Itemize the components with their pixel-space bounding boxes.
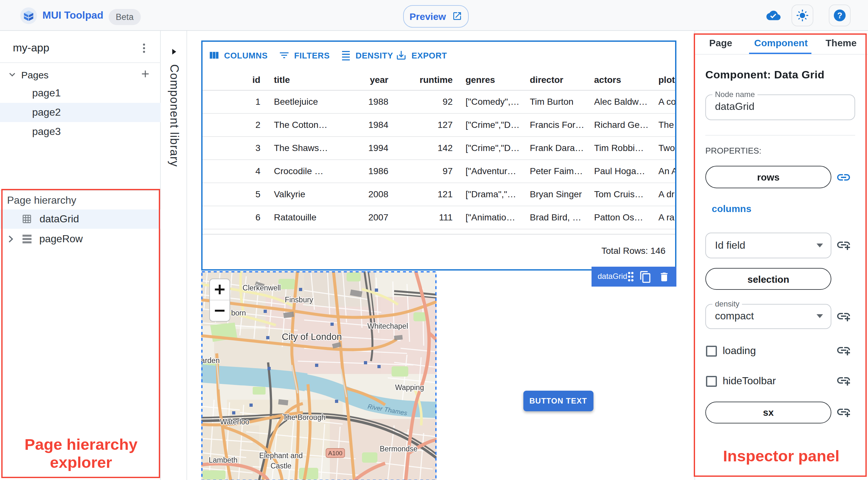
svg-text:Elephant and: Elephant and [259,451,303,459]
svg-text:Bermondse: Bermondse [380,444,417,453]
svg-text:A100: A100 [328,449,342,456]
svg-text:The Borough: The Borough [283,413,326,421]
svg-text:City of London: City of London [282,331,342,342]
svg-text:Lambeth: Lambeth [209,456,238,464]
svg-text:?: ? [837,11,842,20]
svg-text:Whitechapel: Whitechapel [368,322,408,330]
svg-text:Castle: Castle [270,461,291,470]
svg-text:Clerkenwell: Clerkenwell [243,283,281,292]
svg-text:arden: arden [201,356,220,364]
svg-text:Waterloo: Waterloo [220,417,249,426]
svg-text:born: born [231,309,246,317]
svg-text:Finsbury: Finsbury [285,295,313,303]
svg-text:Wapping: Wapping [395,383,424,391]
